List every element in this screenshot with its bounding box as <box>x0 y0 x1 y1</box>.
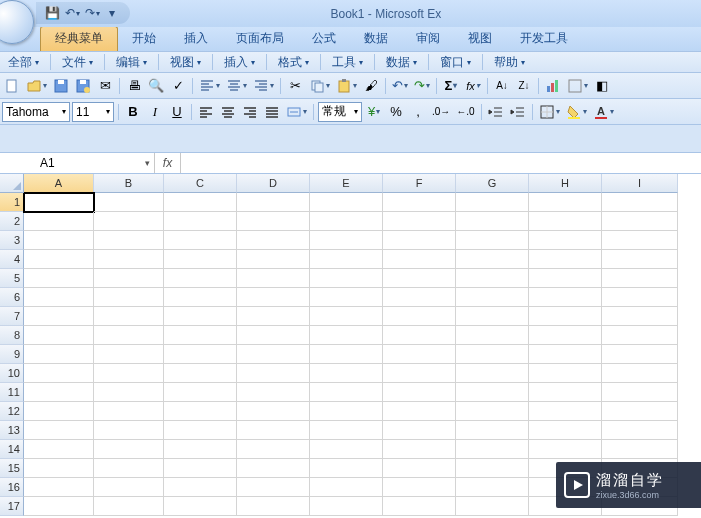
name-box[interactable]: A1 <box>0 153 155 173</box>
cell-D1[interactable] <box>237 193 310 212</box>
cell-H1[interactable] <box>529 193 602 212</box>
cell-G5[interactable] <box>456 269 529 288</box>
cell-B6[interactable] <box>94 288 164 307</box>
row-header-9[interactable]: 9 <box>0 345 24 364</box>
cell-F1[interactable] <box>383 193 456 212</box>
cell-I5[interactable] <box>602 269 678 288</box>
print-icon[interactable]: 🖶 <box>124 76 144 96</box>
cell-B7[interactable] <box>94 307 164 326</box>
cell-D5[interactable] <box>237 269 310 288</box>
percent-icon[interactable]: % <box>386 102 406 122</box>
cell-H9[interactable] <box>529 345 602 364</box>
row-header-17[interactable]: 17 <box>0 497 24 516</box>
comma-icon[interactable]: , <box>408 102 428 122</box>
cell-G17[interactable] <box>456 497 529 516</box>
cell-B12[interactable] <box>94 402 164 421</box>
currency-icon[interactable]: ¥ <box>364 102 384 122</box>
cell-H10[interactable] <box>529 364 602 383</box>
save-as-icon[interactable] <box>73 76 93 96</box>
cell-E2[interactable] <box>310 212 383 231</box>
qat-more-icon[interactable]: ▾ <box>104 5 120 21</box>
cell-D7[interactable] <box>237 307 310 326</box>
cell-A11[interactable] <box>24 383 94 402</box>
cell-B5[interactable] <box>94 269 164 288</box>
cell-E15[interactable] <box>310 459 383 478</box>
cell-I8[interactable] <box>602 326 678 345</box>
cell-C15[interactable] <box>164 459 237 478</box>
cell-I4[interactable] <box>602 250 678 269</box>
cell-G13[interactable] <box>456 421 529 440</box>
cell-G1[interactable] <box>456 193 529 212</box>
cell-A16[interactable] <box>24 478 94 497</box>
cell-D17[interactable] <box>237 497 310 516</box>
cell-A8[interactable] <box>24 326 94 345</box>
cell-F16[interactable] <box>383 478 456 497</box>
tab-developer[interactable]: 开发工具 <box>506 27 582 51</box>
cell-C3[interactable] <box>164 231 237 250</box>
cell-G9[interactable] <box>456 345 529 364</box>
cell-F6[interactable] <box>383 288 456 307</box>
cell-G2[interactable] <box>456 212 529 231</box>
cell-G15[interactable] <box>456 459 529 478</box>
cell-E12[interactable] <box>310 402 383 421</box>
cell-A5[interactable] <box>24 269 94 288</box>
redo-button[interactable]: ↷ <box>412 76 432 96</box>
row-header-3[interactable]: 3 <box>0 231 24 250</box>
menu-all[interactable]: 全部 <box>2 52 45 73</box>
row-header-16[interactable]: 16 <box>0 478 24 497</box>
cell-F2[interactable] <box>383 212 456 231</box>
bold-button[interactable]: B <box>123 102 143 122</box>
cell-A1[interactable] <box>24 193 94 212</box>
cell-H14[interactable] <box>529 440 602 459</box>
paste-icon[interactable] <box>334 76 359 96</box>
cell-A12[interactable] <box>24 402 94 421</box>
row-header-5[interactable]: 5 <box>0 269 24 288</box>
cell-D2[interactable] <box>237 212 310 231</box>
cell-I10[interactable] <box>602 364 678 383</box>
tab-view[interactable]: 视图 <box>454 27 506 51</box>
cell-C17[interactable] <box>164 497 237 516</box>
cell-B8[interactable] <box>94 326 164 345</box>
cell-D13[interactable] <box>237 421 310 440</box>
permission-icon[interactable]: ✓ <box>168 76 188 96</box>
cell-F12[interactable] <box>383 402 456 421</box>
cell-H3[interactable] <box>529 231 602 250</box>
cell-B10[interactable] <box>94 364 164 383</box>
cell-C4[interactable] <box>164 250 237 269</box>
cell-B15[interactable] <box>94 459 164 478</box>
cell-F9[interactable] <box>383 345 456 364</box>
new-icon[interactable] <box>2 76 22 96</box>
column-header-B[interactable]: B <box>94 174 164 193</box>
row-header-7[interactable]: 7 <box>0 307 24 326</box>
cut-icon[interactable]: ✂ <box>285 76 305 96</box>
cell-A7[interactable] <box>24 307 94 326</box>
menu-window[interactable]: 窗口 <box>434 52 477 73</box>
column-header-F[interactable]: F <box>383 174 456 193</box>
cell-E13[interactable] <box>310 421 383 440</box>
cell-H13[interactable] <box>529 421 602 440</box>
cell-G4[interactable] <box>456 250 529 269</box>
cell-F10[interactable] <box>383 364 456 383</box>
cell-H6[interactable] <box>529 288 602 307</box>
row-header-8[interactable]: 8 <box>0 326 24 345</box>
cell-E11[interactable] <box>310 383 383 402</box>
column-header-G[interactable]: G <box>456 174 529 193</box>
cell-B1[interactable] <box>94 193 164 212</box>
column-header-E[interactable]: E <box>310 174 383 193</box>
menu-file[interactable]: 文件 <box>56 52 99 73</box>
cell-D10[interactable] <box>237 364 310 383</box>
chart-icon[interactable] <box>543 76 563 96</box>
cell-F17[interactable] <box>383 497 456 516</box>
cell-D9[interactable] <box>237 345 310 364</box>
cell-E14[interactable] <box>310 440 383 459</box>
cell-G14[interactable] <box>456 440 529 459</box>
cell-F15[interactable] <box>383 459 456 478</box>
print-preview-icon[interactable]: 🔍 <box>146 76 166 96</box>
cell-C13[interactable] <box>164 421 237 440</box>
cell-E4[interactable] <box>310 250 383 269</box>
cell-H7[interactable] <box>529 307 602 326</box>
cell-A6[interactable] <box>24 288 94 307</box>
cell-E7[interactable] <box>310 307 383 326</box>
redo-icon[interactable]: ↷ <box>84 5 100 21</box>
cell-C7[interactable] <box>164 307 237 326</box>
